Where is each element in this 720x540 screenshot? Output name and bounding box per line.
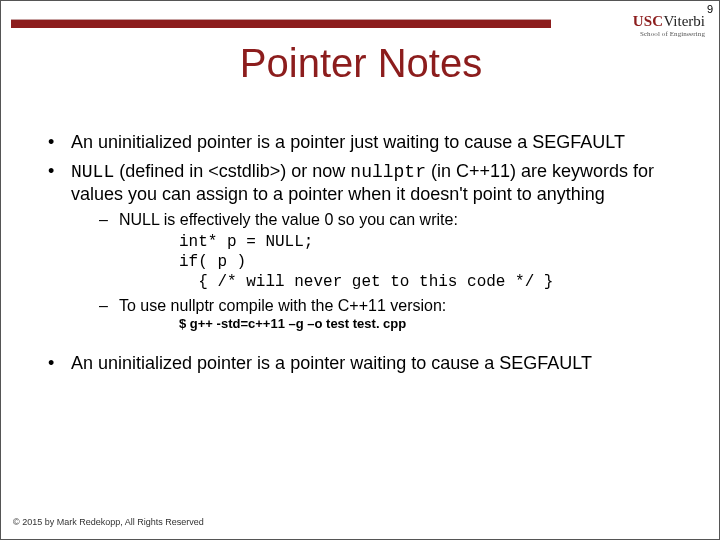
sub-bullet-1: NULL is effectively the value 0 so you c… xyxy=(71,210,689,292)
page-number: 9 xyxy=(707,3,713,15)
logo-usc-text: USC xyxy=(633,13,664,29)
sub-bullet-2-text: To use nullptr compile with the C++11 ve… xyxy=(119,297,446,314)
slide-content: An uninitialized pointer is a pointer ju… xyxy=(46,131,689,380)
header-bar xyxy=(11,19,551,28)
bullet-1: An uninitialized pointer is a pointer ju… xyxy=(46,131,689,154)
code-block: int* p = NULL; if( p ) { /* will never g… xyxy=(179,232,689,292)
bullet-2-text-a: (defined in <cstdlib>) or now xyxy=(114,161,350,181)
copyright-footer: © 2015 by Mark Redekopp, All Rights Rese… xyxy=(13,517,204,527)
bullet-2: NULL (defined in <cstdlib>) or now nullp… xyxy=(46,160,689,332)
command-line: $ g++ -std=c++11 –g –o test test. cpp xyxy=(179,316,689,332)
bullet-3: An uninitialized pointer is a pointer wa… xyxy=(46,352,689,375)
slide: 9 USCViterbi School of Engineering Point… xyxy=(0,0,720,540)
logo-top-line: USCViterbi xyxy=(633,13,705,29)
bullet-2-null: NULL xyxy=(71,162,114,182)
logo-subline: School of Engineering xyxy=(633,31,705,38)
bullet-2-nullptr: nullptr xyxy=(350,162,426,182)
slide-title: Pointer Notes xyxy=(1,41,720,86)
usc-viterbi-logo: USCViterbi School of Engineering xyxy=(633,13,705,38)
sub-bullet-1-text: NULL is effectively the value 0 so you c… xyxy=(119,211,458,228)
logo-viterbi-text: Viterbi xyxy=(663,13,705,29)
sub-bullet-2: To use nullptr compile with the C++11 ve… xyxy=(71,296,689,332)
